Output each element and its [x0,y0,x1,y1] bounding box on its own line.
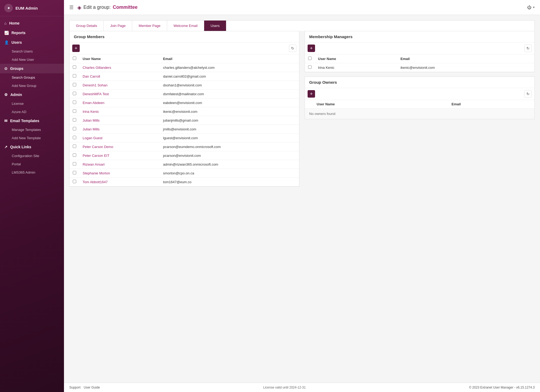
member-name-link[interactable]: Eman Abdeen [83,101,104,105]
member-name-link[interactable]: Rizwan Ansari [83,162,104,166]
dropdown-chevron-icon[interactable]: ▾ [533,6,535,9]
sidebar-item-users[interactable]: 👤 Users [0,38,64,47]
member-checkbox-11[interactable] [73,162,76,166]
sidebar-add-new-template[interactable]: Add New Template [0,134,64,142]
member-name-link[interactable]: Julian Mills [83,127,100,131]
member-checkbox-4[interactable] [73,101,76,104]
tab-welcome-email[interactable]: Welcome Email [167,21,204,31]
sidebar-item-home[interactable]: ⌂ Home [0,18,64,28]
member-checkbox-cell [70,142,79,151]
member-email-cell: eabdeen@envisionit.com [160,98,299,107]
sidebar-add-new-group[interactable]: Add New Group [0,82,64,90]
sidebar-manage-templates[interactable]: Manage Templates [0,126,64,134]
sidebar-item-admin[interactable]: ⚙ Admin [0,90,64,99]
member-checkbox-13[interactable] [73,180,76,183]
member-name-link[interactable]: Julian Mills [83,118,100,122]
sidebar-search-users[interactable]: Search Users [0,47,64,55]
license-text: License valid until 2024-12-31 [263,386,305,389]
sidebar-item-quick-links[interactable]: ↗ Quick Links [0,142,64,152]
sidebar-portal[interactable]: Portal [0,160,64,168]
reports-icon: 📈 [4,31,9,35]
add-group-member-button[interactable]: + [72,45,80,52]
member-checkbox-6[interactable] [73,118,76,122]
sidebar-azure-ad[interactable]: Azure AD [0,108,64,116]
power-button[interactable]: ⏻ [527,5,531,10]
member-name-link[interactable]: Peter Carson Demo [83,145,113,149]
member-checkbox-10[interactable] [73,153,76,157]
member-checkbox-cell [70,160,79,169]
tab-bar: Group Details Join Page Member Page Welc… [69,20,535,31]
hamburger-menu[interactable]: ☰ [69,5,74,10]
logo-icon: ✦ [4,4,13,12]
table-row: Dan Carroll daniel.carroll02@gmail.com [70,72,299,81]
member-name-link[interactable]: DeneshMFA Test [83,92,109,96]
sidebar-lms365-admin[interactable]: LMS365 Admin [0,168,64,177]
member-checkbox-7[interactable] [73,127,76,130]
sidebar-configuration-site[interactable]: Configuration Site [0,152,64,160]
tab-group-details[interactable]: Group Details [70,21,104,31]
member-name-link[interactable]: Dan Carroll [83,74,100,78]
member-name-cell: Charles Gillanders [79,63,160,72]
member-name-link[interactable]: Irina Kenic [83,110,99,114]
page-header: ☰ ◈ Edit a group: Committee ⏻ ▾ [64,0,540,15]
member-name-link[interactable]: Tom Abbott1647 [83,180,108,184]
group-owners-toolbar: + ↻ [305,88,534,100]
sidebar-item-reports[interactable]: 📈 Reports [0,28,64,38]
refresh-group-members-button[interactable]: ↻ [289,45,296,52]
refresh-managers-button[interactable]: ↻ [524,45,532,52]
manager-name: Irina Kenic [318,66,334,70]
table-row: Stephanie Morton smorton@cpo.on.ca [70,169,299,178]
member-checkbox-cell [70,169,79,178]
table-row: Charles Gillanders charles.gillanders@al… [70,63,299,72]
table-row: Peter Carson EIT pcarson@envisionit.com [70,151,299,160]
membership-managers-panel: Membership Managers + ↻ Use [305,31,535,72]
member-name-cell: Rizwan Ansari [79,160,160,169]
member-checkbox-9[interactable] [73,145,76,148]
member-checkbox-cell [70,107,79,116]
select-all-managers-checkbox[interactable] [308,57,312,60]
member-name-link[interactable]: Denesh1 Sohan [83,83,107,87]
sidebar-logo: ✦ EUM Admin [0,0,64,16]
tab-join-page[interactable]: Join Page [104,21,132,31]
tab-users[interactable]: Users [204,21,226,31]
manager-checkbox-cell [305,63,315,72]
member-checkbox-cell [70,134,79,142]
member-email-cell: dsohan1@envisionit.com [160,81,299,90]
member-name-link[interactable]: Logan Guest [83,136,102,140]
member-checkbox-1[interactable] [73,74,76,78]
member-checkbox-5[interactable] [73,109,76,113]
manager-checkbox-0[interactable] [308,65,312,69]
member-name-link[interactable]: Peter Carson EIT [83,154,109,158]
member-name-link[interactable]: Charles Gillanders [83,66,111,70]
member-name-cell: Julian Mills [79,116,160,125]
user-guide-link[interactable]: User Guide [84,386,100,389]
table-row: Denesh1 Sohan dsohan1@envisionit.com [70,81,299,90]
no-owners-message: No owners found [305,109,534,119]
table-row: DeneshMFA Test dsmfatest@mailinator.com [70,90,299,98]
group-members-toolbar: + ↻ [70,42,299,54]
sidebar-license[interactable]: License [0,99,64,108]
member-checkbox-12[interactable] [73,171,76,174]
select-all-members-checkbox[interactable] [73,57,76,60]
owners-select-all-header [305,100,313,109]
member-name-link[interactable]: Stephanie Morton [83,171,110,175]
member-email-cell: smorton@cpo.on.ca [160,169,299,178]
add-owner-button[interactable]: + [308,90,315,98]
sidebar-item-groups[interactable]: ⊙ Groups [0,64,64,73]
tab-member-page[interactable]: Member Page [132,21,167,31]
member-checkbox-2[interactable] [73,83,76,86]
add-manager-button[interactable]: + [308,45,315,52]
support-link[interactable]: Support [69,386,80,389]
copyright-text: © 2023 Extranet User Manager - v6.15.127… [469,386,535,389]
sidebar-add-new-user[interactable]: Add New User [0,55,64,64]
group-owners-table: User Name Email [305,100,534,109]
member-checkbox-0[interactable] [73,65,76,69]
member-checkbox-8[interactable] [73,136,76,139]
refresh-owners-button[interactable]: ↻ [524,90,532,98]
table-row: Rizwan Ansari admin@rizwan365.onmicrosof… [70,160,299,169]
member-email-cell: charles.gillanders@alchelyst.com [160,63,299,72]
sidebar-item-email-templates[interactable]: ✉ Email Templates [0,116,64,126]
group-name: Committee [113,5,138,10]
member-checkbox-3[interactable] [73,92,76,95]
sidebar-search-groups[interactable]: Search Groups [0,73,64,82]
